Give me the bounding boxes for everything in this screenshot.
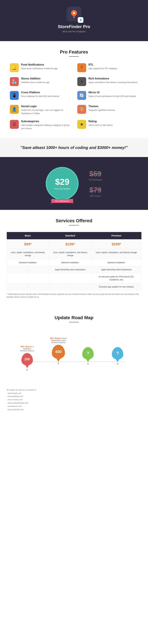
services-footnote: ** Webhosting account, domain name, iOS …: [6, 293, 142, 298]
feature-desc-rtl: App supports for RTL displays.: [88, 67, 118, 70]
services-section: Services Offered Basic Standard Premium …: [0, 210, 148, 307]
feature-title-themes: Themes: [88, 105, 116, 108]
roadmap-pin-green: ?: [82, 347, 94, 360]
feature-title-mirror-ui: Mirror UI: [88, 91, 136, 94]
col-standard: Standard: [49, 232, 91, 240]
roadmap-visual: 200+ Buyers 2 Additional Premium feature…: [6, 329, 142, 378]
feature-icon-cross-platform: 📱: [10, 91, 19, 100]
feature-icon-rtl: T: [77, 63, 86, 72]
old-price-1: $59: [89, 170, 101, 178]
feature-title-rich-animations: Rich Animations: [88, 77, 138, 80]
old-price-item-2: $79 200+ buyers: [88, 186, 102, 197]
row2-basic: Backend installation: [7, 259, 49, 266]
quote-section: "Save atleast 1000+ hours of coding and …: [0, 138, 148, 157]
pro-features-title: Pro Features: [10, 49, 138, 55]
feature-icon-themes: 🎨: [77, 105, 86, 114]
feature-item-mirror-ui: 🔄 Mirror UI Same UI and animations for b…: [77, 91, 138, 100]
feature-text-social-login: Social Login Aside from normal login, us…: [21, 105, 71, 115]
feature-item-subcategories: ☰ Subcategories Add multiple categories …: [10, 120, 71, 130]
main-price-amount: $29: [55, 177, 70, 187]
row3-premium: Apple Store/Play Store Submission: [91, 266, 142, 273]
pin-tail-200: [25, 365, 29, 368]
roadmap-label-200: 200+ Buyers 2 Additional Premium feature…: [20, 346, 35, 352]
row1-basic: Icons, splash, translations, and themes …: [7, 249, 49, 259]
feature-item-cross-platform: 📱 Cross Platform One codebase for both i…: [10, 91, 71, 100]
price-premium: $299*: [91, 239, 142, 249]
feature-text-rating: Rating Allow users to rate stores.: [88, 120, 113, 127]
footer-credits: All images we used are a property of:- w…: [6, 388, 142, 411]
app-icon-small: [78, 17, 83, 23]
feature-item-social-login: 👤 Social Login Aside from normal login, …: [10, 105, 71, 115]
feature-text-stores-addition: Stores Addition Add/Edit stores inside t…: [21, 77, 50, 84]
roadmap-dot-400: [57, 362, 59, 364]
roadmap-line: [25, 362, 125, 362]
roadmap-node-200: 200+ Buyers 2 Additional Premium feature…: [20, 346, 35, 371]
old-price-item-1: $59 100-200 buyers: [88, 170, 102, 181]
roadmap-dot-green: [87, 363, 89, 365]
old-price-label-2: 200+ buyers: [88, 195, 102, 197]
row5-basic: .: [7, 283, 49, 290]
row4-standard: .: [49, 273, 91, 283]
pro-features-section: Pro Features 🔔 Push Notifications Show p…: [0, 41, 148, 138]
features-grid: 🔔 Push Notifications Show push notificat…: [10, 63, 138, 130]
feature-desc-themes: Supports Light/Dark themes.: [88, 108, 116, 112]
feature-title-social-login: Social Login: [21, 105, 71, 108]
main-price-circle: $29 First 100 buyers First 100 buyers: [46, 167, 78, 200]
feature-text-themes: Themes Supports Light/Dark themes.: [88, 105, 116, 112]
feature-text-subcategories: Subcategories Add multiple categories wi…: [21, 120, 71, 130]
roadmap-section: Update Road Map 200+ Buyers 2 Additional…: [0, 307, 148, 385]
feature-icon-mirror-ui: 🔄: [77, 91, 86, 100]
feature-text-push-notifications: Push Notifications Show push notificatio…: [21, 63, 58, 70]
feature-text-mirror-ui: Mirror UI Same UI and animations for bot…: [88, 91, 136, 98]
services-title: Services Offered: [6, 218, 142, 224]
main-price-label: First 100 buyers: [54, 188, 70, 190]
app-icon-wrapper: [67, 6, 81, 22]
flutter-icon: [79, 18, 82, 22]
roadmap-dot-blue: [117, 363, 119, 365]
feature-desc-mirror-ui: Same UI and animations for both iOS and …: [88, 94, 136, 98]
feature-icon-subcategories: ☰: [10, 120, 19, 129]
feature-icon-rich-animations: ✦: [77, 77, 86, 86]
roadmap-node-400: 400+ Buyers Buyer collaboration and 2 pr…: [49, 337, 68, 364]
old-prices: $59 100-200 buyers $79 200+ buyers: [88, 170, 102, 197]
col-basic: Basic: [7, 232, 49, 240]
feature-item-rtl: T RTL App supports for RTL displays.: [77, 63, 138, 72]
roadmap-label-400: 400+ Buyers Buyer collaboration and 2 pr…: [49, 337, 68, 344]
feature-text-rich-animations: Rich Animations Super animations that de…: [88, 77, 138, 84]
price-standard: $199*: [49, 239, 91, 249]
feature-item-stores-addition: 🏪 Stores Addition Add/Edit stores inside…: [10, 77, 71, 86]
svg-point-2: [73, 12, 75, 14]
services-table: Basic Standard Premium $99* $199* $299* …: [6, 232, 142, 290]
feature-desc-subcategories: Add multiple categories withing a catego…: [21, 124, 71, 130]
roadmap-pin-200: 200: [21, 353, 33, 366]
feature-desc-rating: Allow users to rate stores.: [88, 124, 113, 127]
feature-title-subcategories: Subcategories: [21, 120, 71, 123]
feature-icon-rating: ★: [77, 120, 86, 129]
feature-item-rich-animations: ✦ Rich Animations Super animations that …: [77, 77, 138, 86]
price-basic: $99*: [7, 239, 49, 249]
feature-desc-stores-addition: Add/Edit stores inside the app: [21, 81, 50, 84]
pricing-ribbon: First 100 buyers: [51, 199, 73, 203]
row1-standard: Icons, splash, translations, and themes …: [49, 249, 91, 259]
footer: All images we used are a property of:- w…: [0, 385, 148, 416]
feature-item-themes: 🎨 Themes Supports Light/Dark themes.: [77, 105, 138, 115]
row5-premium: Exclusive app updates for new releases: [91, 283, 142, 290]
quote-text: "Save atleast 1000+ hours of coding and …: [13, 145, 135, 150]
services-divider: [69, 225, 79, 226]
feature-item-rating: ★ Rating Allow users to rate stores.: [77, 120, 138, 130]
location-pin-icon: [70, 10, 78, 18]
feature-text-cross-platform: Cross Platform One codebase for both iOS…: [21, 91, 60, 98]
row5-standard: .: [49, 283, 91, 290]
roadmap-divider: [69, 322, 79, 322]
row1-premium: Icons, splash, translations, and themes …: [91, 249, 142, 259]
feature-text-rtl: RTL App supports for RTL displays.: [88, 63, 118, 70]
feature-desc-cross-platform: One codebase for both iOS and Android.: [21, 94, 60, 98]
roadmap-node-blue: ?: [112, 347, 123, 365]
app-title: StoreFinder Pro: [3, 24, 145, 29]
row2-standard: Backend installation: [49, 259, 91, 266]
feature-title-cross-platform: Cross Platform: [21, 91, 60, 94]
roadmap-title: Update Road Map: [6, 315, 142, 320]
feature-title-stores-addition: Stores Addition: [21, 77, 50, 80]
feature-title-rtl: RTL: [88, 63, 118, 66]
feature-icon-social-login: 👤: [10, 105, 19, 114]
